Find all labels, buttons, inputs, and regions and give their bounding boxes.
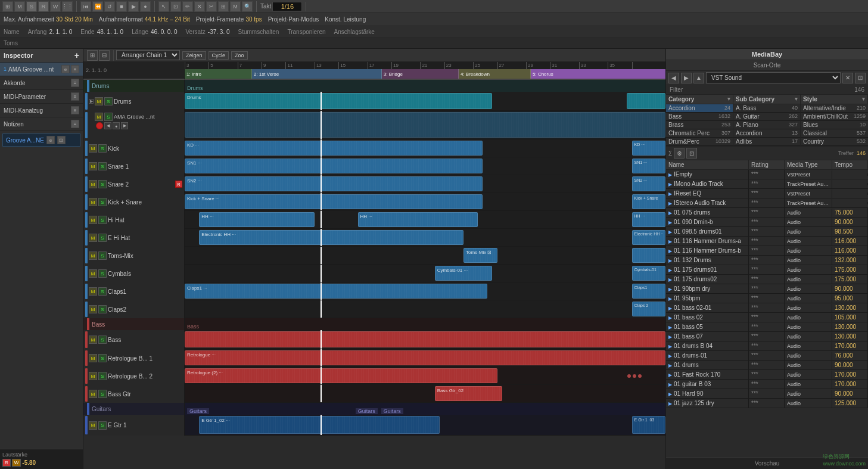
snare2-mute[interactable]: M: [89, 180, 97, 188]
nav-clear[interactable]: ✕: [842, 73, 853, 83]
retro1-solo[interactable]: S: [98, 354, 107, 362]
play-icon-5[interactable]: ▶: [668, 220, 672, 225]
select-tool[interactable]: ↖: [158, 1, 169, 12]
nav-forward[interactable]: ▶: [681, 73, 692, 83]
tracks-scroll[interactable]: Drums Drums ▶ M S: [83, 80, 665, 469]
inspector-midi-param[interactable]: MIDI-Parameter ≡: [0, 90, 83, 104]
mute-tool[interactable]: M: [230, 1, 241, 12]
claps1-mute[interactable]: M: [89, 287, 97, 296]
arranger-chain-dropdown[interactable]: Arranger Chain 1: [116, 50, 180, 60]
ama-tc2[interactable]: ●: [113, 122, 120, 129]
nav-settings[interactable]: ⊡: [855, 73, 866, 83]
play-icon-17[interactable]: ▶: [668, 334, 672, 340]
groove-e-btn[interactable]: e: [46, 136, 55, 144]
bgtr-solo[interactable]: S: [98, 390, 107, 398]
metronome-icon[interactable]: ⋮⋮: [62, 1, 73, 12]
play-icon-19[interactable]: ▶: [668, 353, 672, 359]
snare1-mute[interactable]: M: [89, 162, 97, 170]
egtr1-mute[interactable]: M: [89, 421, 97, 430]
ks-mute[interactable]: M: [89, 198, 97, 206]
clip-egtr1-1[interactable]: E Gtr 1_02 ···: [199, 416, 440, 434]
ama-tc1[interactable]: ◀: [104, 122, 111, 129]
rewind-icon[interactable]: ⏮: [80, 1, 91, 12]
play-icon-12[interactable]: ▶: [668, 287, 672, 292]
cat-bass[interactable]: Bass1632: [666, 113, 733, 121]
result-row-11[interactable]: ▶01 175 drums02***Audio175.000: [666, 275, 868, 284]
inspector-e-btn[interactable]: e: [61, 65, 70, 73]
play-icon-24[interactable]: ▶: [668, 401, 672, 406]
inspector-notizen[interactable]: Notizen ≡: [0, 117, 83, 131]
clip-hh-1[interactable]: HH ···: [199, 212, 315, 227]
snare1-solo[interactable]: S: [98, 162, 107, 170]
play-icon-16[interactable]: ▶: [668, 325, 672, 330]
toms-solo[interactable]: S: [98, 251, 107, 260]
subcat-adlibs[interactable]: Adlibs17: [733, 138, 800, 146]
inspector-chain-btn[interactable]: ≡: [71, 65, 79, 73]
clip-egtr1-2[interactable]: E Gtr 1_03: [632, 416, 665, 434]
arr-expand-btn[interactable]: ⊞: [87, 50, 98, 61]
prev-icon[interactable]: ⏪: [92, 1, 103, 12]
result-row-3[interactable]: ▶IStereo Audio Track***TrackPreset Audio: [666, 198, 868, 208]
play-icon-10[interactable]: ▶: [668, 268, 672, 273]
subcat-a-piano[interactable]: A. Piano327: [733, 121, 800, 129]
clip-sn1-1[interactable]: SN1 ···: [185, 159, 483, 173]
clip-ehh-1[interactable]: Electronic HH ···: [199, 230, 463, 245]
play-icon-13[interactable]: ▶: [668, 296, 672, 302]
result-row-14[interactable]: ▶01 bass 02-01***Audio130.000: [666, 303, 868, 313]
play-icon-14[interactable]: ▶: [668, 306, 672, 311]
mediabay-results[interactable]: ▶IEmpty***VstPreset▶IMono Audio Track***…: [666, 170, 868, 457]
inspector-notizen-btn[interactable]: ≡: [71, 120, 79, 128]
ama-tc3[interactable]: ▶: [121, 122, 128, 129]
bgtr-mute[interactable]: M: [89, 390, 97, 398]
clip-kick-1[interactable]: KD ···: [185, 141, 483, 156]
ehh-mute[interactable]: M: [89, 234, 97, 242]
kick-solo[interactable]: S: [98, 144, 107, 153]
glue-tool[interactable]: ⊞: [218, 1, 229, 12]
inspector-akkorde-btn[interactable]: ≡: [71, 79, 79, 87]
clip-kick-2[interactable]: KD ···: [632, 141, 665, 156]
result-row-19[interactable]: ▶01 drums-01***Audio76.000: [666, 351, 868, 361]
result-row-21[interactable]: ▶01 Fast Rock 170***Audio170.000: [666, 370, 868, 380]
inspector-akkorde[interactable]: Akkorde ≡: [0, 76, 83, 90]
claps2-solo[interactable]: S: [98, 305, 107, 313]
play-icon-3[interactable]: ▶: [668, 201, 672, 206]
play-icon-15[interactable]: ▶: [668, 315, 672, 321]
clip-sn2-2[interactable]: SN2 ···: [632, 176, 665, 191]
egtr1-solo[interactable]: S: [98, 421, 107, 430]
style-ambient[interactable]: Ambient/ChillOut1259: [801, 113, 868, 121]
bass-mute[interactable]: M: [89, 336, 97, 344]
drums-mute[interactable]: M: [95, 97, 103, 105]
style-blues[interactable]: Blues10: [801, 121, 868, 129]
result-row-0[interactable]: ▶IEmpty***VstPreset: [666, 170, 868, 179]
result-row-6[interactable]: ▶01 098.5 drums01***Audio98.500: [666, 227, 868, 237]
play-icon-21[interactable]: ▶: [668, 372, 672, 378]
play-icon-22[interactable]: ▶: [668, 382, 672, 387]
clip-toms-1[interactable]: Toms-Mix ⊡: [463, 248, 497, 263]
groove-chain-btn[interactable]: ⊡: [57, 136, 66, 144]
retro2-mute[interactable]: M: [89, 372, 97, 380]
play-icon-1[interactable]: ▶: [668, 182, 672, 187]
inspector-midi-param-btn[interactable]: ≡: [71, 92, 79, 101]
clip-ks-2[interactable]: Kick + Snare: [632, 194, 665, 209]
style-alt[interactable]: Alternative/Indie210: [801, 104, 868, 113]
result-row-24[interactable]: ▶01 jazz 125 dry***Audio125.000: [666, 399, 868, 408]
result-row-1[interactable]: ▶IMono Audio Track***TrackPreset Audio: [666, 179, 868, 189]
result-row-10[interactable]: ▶01 175 drums01***Audio175.000: [666, 265, 868, 275]
result-row-15[interactable]: ▶01 bass 02***Audio105.000: [666, 313, 868, 322]
result-row-8[interactable]: ▶01 116 Hammer Drums-b***Audio116.000: [666, 246, 868, 256]
clip-bgtr[interactable]: Bass Gtr_02: [435, 386, 502, 401]
drums-expand[interactable]: ▶: [89, 99, 94, 104]
clip-ehh-2[interactable]: Electronic HH ···: [632, 230, 665, 245]
result-row-13[interactable]: ▶01 95bpm***Audio95.000: [666, 294, 868, 303]
result-row-5[interactable]: ▶01 090 Dmin-b***Audio90.000: [666, 218, 868, 227]
inspector-add-btn[interactable]: +: [74, 51, 79, 60]
subcat-a-guitar[interactable]: A. Guitar262: [733, 113, 800, 121]
clip-cym-1[interactable]: Cymbals-01 ···: [435, 266, 493, 281]
clip-drums-1[interactable]: Drums: [185, 93, 492, 109]
cym-solo[interactable]: S: [98, 269, 107, 278]
cat-accordion[interactable]: Accordion24: [666, 104, 733, 113]
snare2-rec[interactable]: R: [175, 181, 182, 188]
cat-chromatic[interactable]: Chromatic Perc307: [666, 129, 733, 138]
ehh-solo[interactable]: S: [98, 234, 107, 242]
loop-icon[interactable]: ↺: [104, 1, 115, 12]
